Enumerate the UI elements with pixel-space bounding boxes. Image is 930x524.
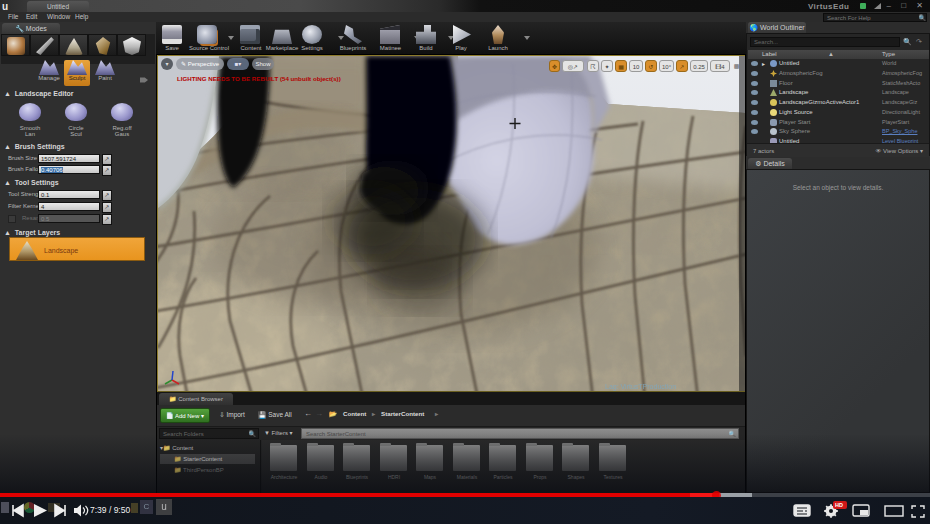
svg-text:Lag: VirtusTProduction: Lag: VirtusTProduction bbox=[605, 383, 676, 391]
svg-text:HD: HD bbox=[835, 502, 843, 508]
